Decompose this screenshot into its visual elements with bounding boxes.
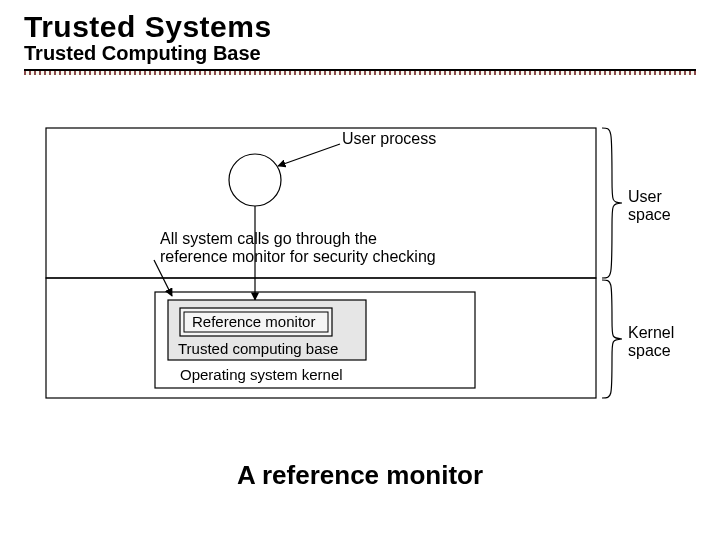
brace-user-space bbox=[602, 128, 622, 278]
divider-hatched bbox=[24, 69, 696, 75]
slide-header: Trusted Systems Trusted Computing Base bbox=[0, 0, 720, 65]
slide-caption: A reference monitor bbox=[0, 460, 720, 491]
label-syscall-line2: reference monitor for security checking bbox=[160, 248, 436, 266]
diagram: User process All system calls go through… bbox=[40, 120, 680, 420]
label-kernel-space: Kernel space bbox=[628, 324, 674, 361]
label-syscall-line1: All system calls go through the bbox=[160, 230, 436, 248]
user-process-node bbox=[229, 154, 281, 206]
arrow-user-process-label bbox=[278, 144, 340, 166]
slide-title: Trusted Systems bbox=[24, 10, 696, 44]
label-user-space: User space bbox=[628, 188, 671, 225]
brace-kernel-space bbox=[602, 280, 622, 398]
diagram-svg bbox=[40, 120, 680, 420]
label-os-kernel: Operating system kernel bbox=[180, 366, 343, 383]
slide-subtitle: Trusted Computing Base bbox=[24, 42, 696, 65]
label-ref-monitor: Reference monitor bbox=[192, 313, 315, 330]
label-user-process: User process bbox=[342, 130, 436, 148]
label-tcb: Trusted computing base bbox=[178, 340, 338, 357]
